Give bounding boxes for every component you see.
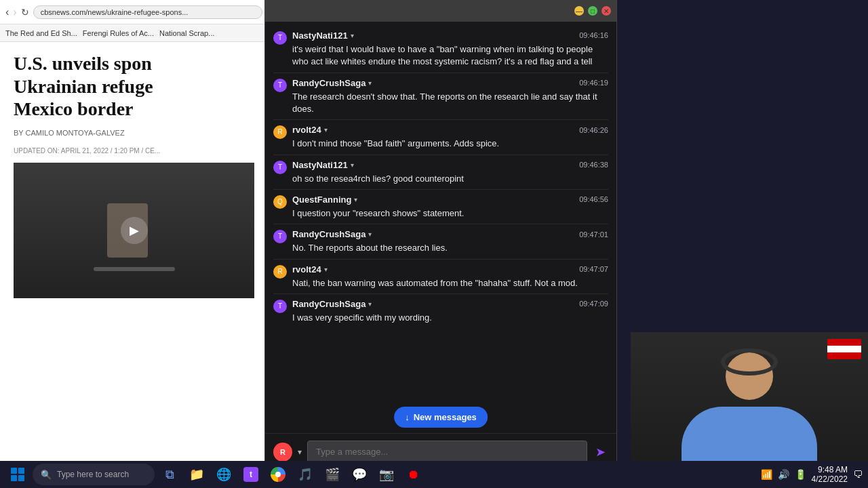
chat-message: TNastyNati121 ▾09:46:38oh so the resea4r… — [265, 157, 616, 188]
search-placeholder: Type here to search — [57, 470, 129, 479]
discord-icon: 💬 — [352, 467, 367, 482]
message-username[interactable]: QuestFanning — [292, 194, 351, 206]
taskbar-clock[interactable]: 9:48 AM 4/22/2022 — [812, 465, 848, 484]
taskbar-discord[interactable]: 💬 — [347, 462, 372, 487]
username-dropdown-arrow[interactable]: ▾ — [368, 79, 372, 88]
username-dropdown-arrow[interactable]: ▾ — [368, 230, 372, 239]
nav-refresh[interactable]: ↻ — [21, 7, 29, 18]
message-text: I question your "research shows" stateme… — [292, 207, 608, 220]
browser-nav-bar: ‹ › ↻ cbsnews.com/news/ukraine-refugee-s… — [0, 0, 268, 24]
messages-list: TNastyNati121 ▾09:46:16it's weird that I… — [265, 22, 616, 433]
taskbar: 🔍 Type here to search ⧉ 📁 🌐 t 🎵 🎬 💬 📷 ⏺ … — [0, 461, 868, 488]
news-content: U.S. unveils sponUkrainian refugeMexico … — [0, 42, 268, 477]
video-play-btn[interactable]: ▶ — [121, 217, 148, 244]
message-text: I don't mind those "Bad faith" arguments… — [292, 138, 608, 150]
nav-forward[interactable]: › — [13, 6, 16, 18]
nav-back[interactable]: ‹ — [5, 6, 9, 18]
message-divider — [273, 155, 608, 155]
news-image: ▶ — [14, 163, 254, 298]
chat-message: TRandyCrushSaga ▾09:47:01No. The reports… — [265, 226, 616, 257]
message-username[interactable]: rvolt24 — [292, 264, 321, 276]
taskbar-file-explorer[interactable]: 📁 — [184, 462, 209, 487]
taskbar-search[interactable]: 🔍 Type here to search — [33, 464, 155, 485]
username-dropdown-arrow[interactable]: ▾ — [351, 161, 354, 170]
taskbar-twitch[interactable]: t — [239, 462, 263, 487]
folder-icon: 📁 — [189, 467, 204, 482]
window-minimize-button[interactable]: — — [574, 6, 584, 16]
taskbar-obs[interactable]: 🎬 — [320, 462, 344, 487]
message-divider — [273, 119, 608, 120]
message-timestamp: 09:46:38 — [579, 160, 608, 170]
message-text: The research doesn't show that. The repo… — [292, 91, 608, 115]
taskbar-system-tray: 📶 🔊 🔋 9:48 AM 4/22/2022 🗨 — [761, 465, 863, 484]
notification-icon[interactable]: 🗨 — [853, 469, 863, 480]
bookmark-3[interactable]: National Scrap... — [159, 29, 214, 37]
network-icon: 📶 — [761, 469, 772, 480]
news-byline: BY CAMILO MONTOYA-GALVEZ — [14, 129, 254, 137]
user-avatar-randycrushsaga: T — [273, 230, 287, 243]
url-bar[interactable]: cbsnews.com/news/ukraine-refugee-spons..… — [33, 5, 262, 19]
taskbar-chrome[interactable] — [266, 462, 290, 487]
message-username[interactable]: rvolt24 — [292, 124, 321, 136]
search-icon: 🔍 — [41, 470, 52, 480]
taskbar-webcam[interactable]: 📷 — [374, 462, 399, 487]
message-timestamp: 09:46:56 — [579, 195, 608, 205]
username-dropdown-arrow[interactable]: ▾ — [324, 265, 328, 274]
user-avatar-nastynati121: T — [273, 31, 287, 45]
message-divider — [273, 259, 608, 260]
message-timestamp: 09:46:19 — [579, 78, 608, 88]
twitch-icon: t — [243, 467, 258, 482]
message-username[interactable]: RandyCrushSaga — [292, 228, 366, 241]
new-messages-button[interactable]: ↓New messages — [394, 407, 488, 428]
taskbar-spotify[interactable]: 🎵 — [293, 462, 317, 487]
window-close-button[interactable]: ✕ — [601, 6, 611, 16]
record-icon: ⏺ — [408, 468, 420, 482]
news-updated: UPDATED ON: APRIL 21, 2022 / 1:20 PM / C… — [14, 147, 254, 155]
message-username[interactable]: NastyNati121 — [292, 159, 348, 171]
taskbar-task-view[interactable]: ⧉ — [157, 462, 182, 487]
news-headline: U.S. unveils sponUkrainian refugeMexico … — [14, 52, 254, 121]
chrome-icon — [271, 467, 285, 482]
message-divider — [273, 224, 608, 224]
message-username[interactable]: NastyNati121 — [292, 30, 348, 42]
user-avatar-randycrushsaga: T — [273, 300, 287, 313]
task-view-icon: ⧉ — [165, 468, 174, 482]
username-dropdown-arrow[interactable]: ▾ — [368, 300, 372, 309]
message-timestamp: 09:47:09 — [579, 299, 608, 309]
bookmark-2[interactable]: Ferengi Rules of Ac... — [83, 29, 154, 37]
message-text: oh so the resea4rch lies? good counterop… — [292, 173, 608, 185]
username-dropdown-arrow[interactable]: ▾ — [351, 31, 354, 41]
username-dropdown-arrow[interactable]: ▾ — [324, 125, 328, 135]
window-title-bar: — □ ✕ — [265, 0, 616, 22]
maximize-icon: □ — [591, 7, 595, 15]
user-dropdown-arrow[interactable]: ▾ — [298, 447, 302, 457]
send-button[interactable]: ➤ — [593, 442, 608, 462]
user-avatar-questfanning: Q — [273, 195, 287, 209]
chat-message: TRandyCrushSaga ▾09:46:19The research do… — [265, 75, 616, 119]
message-divider — [273, 293, 608, 294]
message-input[interactable] — [307, 441, 587, 463]
message-divider — [273, 189, 608, 190]
taskbar-browser-1[interactable]: 🌐 — [212, 462, 236, 487]
obs-icon: 🎬 — [325, 467, 340, 482]
message-text: Nati, the ban warning was automated from… — [292, 277, 608, 289]
username-dropdown-arrow[interactable]: ▾ — [354, 195, 357, 205]
window-maximize-button[interactable]: □ — [588, 6, 597, 16]
chat-messages-panel: TNastyNati121 ▾09:46:16it's weird that I… — [265, 22, 616, 488]
user-avatar: R — [273, 443, 292, 462]
chat-message: Rrvolt24 ▾09:46:26I don't mind those "Ba… — [265, 121, 616, 152]
bookmark-1[interactable]: The Red and Ed Sh... — [5, 29, 77, 37]
volume-icon: 🔊 — [778, 469, 789, 480]
browser1-icon: 🌐 — [216, 467, 231, 482]
input-row: R ▾ ➤ — [273, 441, 608, 463]
chat-message: TRandyCrushSaga ▾09:47:09I was very spec… — [265, 296, 616, 327]
webcam-icon: 📷 — [379, 467, 394, 482]
message-username[interactable]: RandyCrushSaga — [292, 77, 366, 89]
start-button[interactable] — [5, 462, 30, 487]
user-avatar-randycrushsaga: T — [273, 79, 287, 92]
message-username[interactable]: RandyCrushSaga — [292, 298, 366, 310]
taskbar-record[interactable]: ⏺ — [401, 462, 426, 487]
message-timestamp: 09:47:07 — [579, 264, 608, 274]
message-timestamp: 09:46:16 — [579, 30, 608, 41]
windows-icon — [11, 468, 24, 481]
